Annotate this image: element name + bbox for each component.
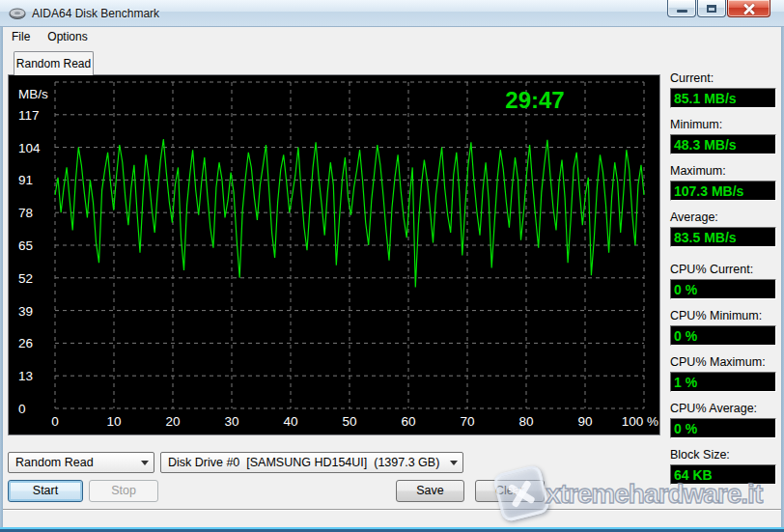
svg-text:104: 104 xyxy=(18,141,41,155)
benchmark-chart: 1171049178655239261300102030405060708090… xyxy=(8,74,660,435)
tab-random-read[interactable]: Random Read xyxy=(14,51,94,75)
svg-text:50: 50 xyxy=(342,414,356,429)
stat-value: 83.5 MB/s xyxy=(670,227,776,247)
svg-text:29:47: 29:47 xyxy=(505,87,564,113)
stat-value: 0 % xyxy=(670,418,776,438)
save-button[interactable]: Save xyxy=(396,480,464,502)
stat-cpu-average: CPU% Average: 0 % xyxy=(670,402,778,438)
svg-text:10: 10 xyxy=(106,414,121,429)
benchmark-chart-svg: 1171049178655239261300102030405060708090… xyxy=(9,75,659,434)
disk-icon xyxy=(9,7,26,20)
app-window: AIDA64 Disk Benchmark File Options Rando… xyxy=(0,0,784,532)
minimize-icon xyxy=(677,10,687,13)
stat-label: Block Size: xyxy=(670,448,778,462)
stat-current: Current: 85.1 MB/s xyxy=(670,71,778,108)
svg-text:52: 52 xyxy=(18,271,33,286)
svg-text:30: 30 xyxy=(224,414,238,429)
chevron-down-icon xyxy=(136,453,154,472)
svg-text:MB/s: MB/s xyxy=(18,87,48,101)
svg-text:0: 0 xyxy=(18,402,26,416)
svg-text:80: 80 xyxy=(518,414,533,429)
stat-label: Average: xyxy=(670,210,778,224)
svg-text:26: 26 xyxy=(18,336,33,350)
drive-select[interactable]: Disk Drive #0 [SAMSUNG HD154UI] (1397.3 … xyxy=(160,452,463,473)
start-button[interactable]: Start xyxy=(8,480,83,502)
menu-bar: File Options xyxy=(3,27,781,46)
stat-value: 1 % xyxy=(670,372,776,392)
menu-item-file[interactable]: File xyxy=(3,28,39,45)
status-bar xyxy=(3,511,781,527)
stat-value: 85.1 MB/s xyxy=(670,88,776,108)
stat-cpu-minimum: CPU% Minimum: 0 % xyxy=(670,309,778,346)
menu-item-options[interactable]: Options xyxy=(39,28,96,45)
maximize-button[interactable] xyxy=(697,0,726,17)
window-controls xyxy=(666,0,770,17)
stat-value: 107.3 MB/s xyxy=(670,181,776,201)
stat-label: CPU% Average: xyxy=(670,402,778,415)
svg-text:100 %: 100 % xyxy=(622,414,658,429)
minimize-button[interactable] xyxy=(667,0,696,17)
stat-value: 0 % xyxy=(670,279,776,299)
svg-text:40: 40 xyxy=(283,414,297,429)
svg-text:117: 117 xyxy=(18,108,40,123)
window-title: AIDA64 Disk Benchmark xyxy=(32,7,159,20)
stat-label: Minimum: xyxy=(670,118,778,131)
stat-cpu-current: CPU% Current: 0 % xyxy=(670,263,778,299)
svg-text:60: 60 xyxy=(401,414,415,429)
window-frame-left xyxy=(0,27,3,532)
stat-value: 64 KB xyxy=(670,464,776,485)
svg-text:0: 0 xyxy=(51,414,59,429)
svg-text:90: 90 xyxy=(577,414,592,429)
svg-text:13: 13 xyxy=(18,369,33,383)
tab-label: Random Read xyxy=(16,57,91,70)
stat-label: CPU% Current: xyxy=(670,263,778,276)
stat-label: CPU% Maximum: xyxy=(670,355,778,369)
stop-button[interactable]: Stop xyxy=(89,480,158,502)
stat-label: CPU% Minimum: xyxy=(670,309,778,322)
drive-select-value: Disk Drive #0 [SAMSUNG HD154UI] (1397.3 … xyxy=(161,456,445,469)
svg-text:70: 70 xyxy=(460,414,474,429)
stat-label: Maximum: xyxy=(670,164,778,178)
svg-text:39: 39 xyxy=(18,304,33,319)
clear-button[interactable]: Clear xyxy=(475,480,545,502)
stat-maximum: Maximum: 107.3 MB/s xyxy=(670,164,778,201)
svg-text:65: 65 xyxy=(18,238,33,253)
stat-block-size: Block Size: 64 KB xyxy=(670,448,778,485)
close-icon xyxy=(743,3,755,14)
svg-text:78: 78 xyxy=(18,206,33,220)
stat-average: Average: 83.5 MB/s xyxy=(670,210,778,247)
close-button[interactable] xyxy=(727,0,770,17)
benchmark-type-select[interactable]: Random Read xyxy=(8,452,154,473)
svg-text:20: 20 xyxy=(165,414,180,429)
stat-cpu-maximum: CPU% Maximum: 1 % xyxy=(670,355,778,392)
stat-value: 0 % xyxy=(670,325,776,346)
window-frame-bottom xyxy=(0,527,784,532)
stat-value: 48.3 MB/s xyxy=(670,134,776,154)
svg-text:91: 91 xyxy=(18,173,33,187)
benchmark-type-value: Random Read xyxy=(9,456,136,469)
chevron-down-icon xyxy=(445,453,462,472)
stat-label: Current: xyxy=(670,71,778,85)
stat-minimum: Minimum: 48.3 MB/s xyxy=(670,118,778,154)
title-bar[interactable]: AIDA64 Disk Benchmark xyxy=(0,0,784,27)
maximize-icon xyxy=(707,5,716,13)
